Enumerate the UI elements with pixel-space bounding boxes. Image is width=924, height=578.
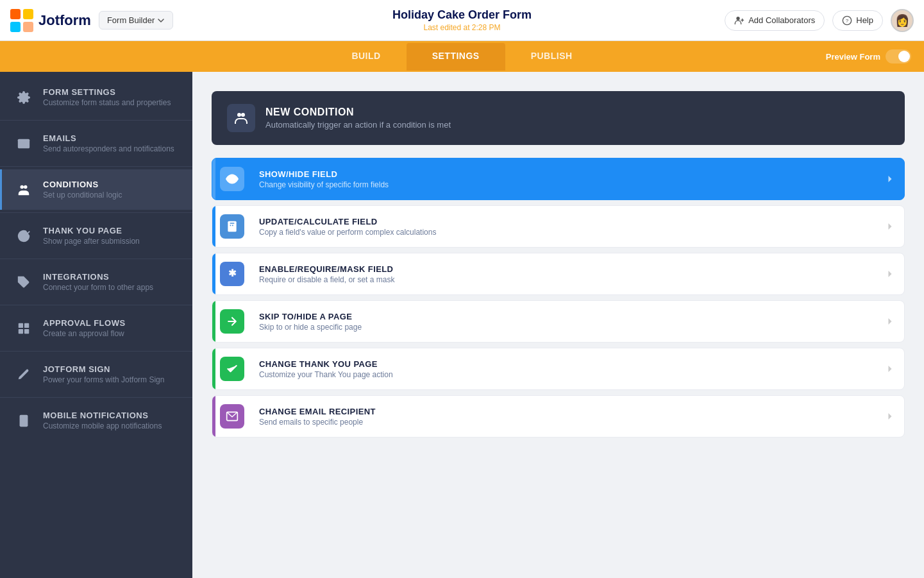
sidebar-sign-title: JOTFORM SIGN [43,364,164,374]
svg-text:✱: ✱ [228,268,237,278]
form-title: Holiday Cake Order Form [392,8,532,22]
condition-change-email-recipient[interactable]: CHANGE EMAIL RECIPIENT Send emails to sp… [212,395,905,438]
sidebar-item-thank-you-page[interactable]: THANK YOU PAGE Show page after submissio… [0,216,192,256]
sidebar-form-settings-desc: Customize form status and properties [43,98,171,107]
svg-rect-3 [23,22,33,32]
update-calculate-title: UPDATE/CALCULATE FIELD [259,217,866,226]
puzzle-icon [15,273,33,291]
arrow-icon-wrap [876,173,904,185]
sidebar-item-jotform-sign[interactable]: JOTFORM SIGN Power your forms with Jotfo… [0,354,192,395]
new-condition-icon [227,104,255,132]
preview-toggle: Preview Form [826,49,911,64]
help-button[interactable]: ? Help [832,10,883,31]
show-hide-field-title: SHOW/HIDE FIELD [259,169,866,179]
sidebar: FORM SETTINGS Customize form status and … [0,72,192,578]
condition-list: SHOW/HIDE FIELD Change visibility of spe… [212,158,905,438]
sidebar-item-emails[interactable]: EMAILS Send autoresponders and notificat… [0,123,192,164]
divider [0,397,192,398]
header-left: Jotform Form Builder [10,9,173,32]
chevron-down-icon [157,17,165,24]
logo: Jotform [10,9,91,32]
check-icon [226,362,239,375]
help-icon: ? [842,15,852,26]
sidebar-approval-desc: Create an approval flow [43,329,126,338]
svg-rect-0 [10,9,21,19]
sidebar-emails-title: EMAILS [43,133,174,143]
svg-rect-12 [19,328,23,333]
condition-skip-hide-page[interactable]: SKIP TO/HIDE A PAGE Skip to or hide a sp… [212,300,905,343]
svg-point-4 [737,17,740,20]
divider [0,305,192,305]
svg-rect-2 [10,22,21,32]
new-condition-desc: Automatically trigger an action if a con… [265,120,451,130]
svg-rect-19 [228,221,236,232]
asterisk-icon: ✱ [226,268,239,280]
chevron-right-icon [884,173,896,185]
condition-enable-require-mask[interactable]: ✱ ENABLE/REQUIRE/MASK FIELD Require or d… [212,253,905,295]
show-hide-field-desc: Change visibility of specific form field… [259,180,866,189]
sidebar-mobile-title: MOBILE NOTIFICATIONS [43,411,162,420]
chevron-right-icon [884,410,896,423]
preview-toggle-switch[interactable] [886,49,911,64]
sidebar-item-integrations[interactable]: INTEGRATIONS Connect your form to other … [0,262,192,302]
divider [0,351,192,352]
sidebar-item-mobile-notifications[interactable]: MOBILE NOTIFICATIONS Customize mobile ap… [0,400,192,441]
chevron-right-icon [884,268,896,280]
new-condition-card[interactable]: NEW CONDITION Automatically trigger an a… [212,91,905,145]
svg-rect-11 [24,323,29,327]
sidebar-item-conditions[interactable]: CONDITIONS Set up conditional logic [0,169,192,210]
change-thank-you-title: CHANGE THANK YOU PAGE [259,359,866,369]
sidebar-conditions-title: CONDITIONS [43,180,122,189]
add-collaborators-label: Add Collaborators [748,15,815,25]
avatar: 👩 [891,9,914,32]
pen-icon [15,366,33,384]
sidebar-approval-title: APPROVAL FLOWS [43,318,126,328]
divider [0,259,192,259]
arrow-right-icon [226,315,239,328]
svg-point-18 [231,178,234,181]
sidebar-integrations-title: INTEGRATIONS [43,272,153,282]
sidebar-emails-desc: Send autoresponders and notifications [43,144,174,153]
jotform-logo-icon [10,9,33,32]
header: Jotform Form Builder Holiday Cake Order … [0,0,924,41]
sidebar-conditions-desc: Set up conditional logic [43,191,122,200]
envelope-icon-wrap [220,404,244,429]
tab-build[interactable]: BUILD [326,43,406,71]
calculator-icon-wrap [220,214,244,239]
enable-require-title: ENABLE/REQUIRE/MASK FIELD [259,264,866,274]
chevron-right-icon [884,362,896,375]
help-label: Help [856,15,873,25]
sidebar-thank-you-desc: Show page after submission [43,237,140,246]
eye-icon-wrap [220,167,244,191]
tab-publish[interactable]: PUBLISH [505,43,598,71]
arrow-icon-wrap [876,362,904,375]
eye-icon [226,173,239,185]
calculator-icon [226,220,239,233]
condition-change-thank-you-page[interactable]: CHANGE THANK YOU PAGE Customize your Tha… [212,348,905,390]
svg-rect-10 [19,323,23,327]
condition-update-calculate-field[interactable]: UPDATE/CALCULATE FIELD Copy a field's va… [212,205,905,248]
svg-rect-13 [24,328,29,333]
sidebar-item-form-settings[interactable]: FORM SETTINGS Customize form status and … [0,77,192,117]
sidebar-sign-desc: Power your forms with Jotform Sign [43,375,164,384]
change-thank-you-desc: Customize your Thank You page action [259,370,866,379]
form-builder-button[interactable]: Form Builder [99,11,173,30]
chevron-right-icon [884,220,896,233]
add-collaborators-icon [734,15,744,26]
condition-show-hide-field[interactable]: SHOW/HIDE FIELD Change visibility of spe… [212,158,905,200]
nav-tabs: BUILD SETTINGS PUBLISH Preview Form [0,41,924,72]
sidebar-item-approval-flows[interactable]: APPROVAL FLOWS Create an approval flow [0,308,192,348]
arrow-icon-wrap [876,268,904,280]
logo-text: Jotform [38,12,91,29]
tab-settings[interactable]: SETTINGS [407,43,505,71]
svg-text:?: ? [846,17,849,23]
chevron-right-icon [884,315,896,328]
skip-hide-title: SKIP TO/HIDE A PAGE [259,312,866,321]
update-calculate-desc: Copy a field's value or perform complex … [259,228,866,237]
toggle-knob [898,51,910,62]
enable-require-desc: Require or disable a field, or set a mas… [259,275,866,284]
approval-icon [15,319,33,337]
add-collaborators-button[interactable]: Add Collaborators [725,10,825,31]
svg-point-16 [237,113,241,117]
skip-hide-desc: Skip to or hide a specific page [259,323,866,332]
